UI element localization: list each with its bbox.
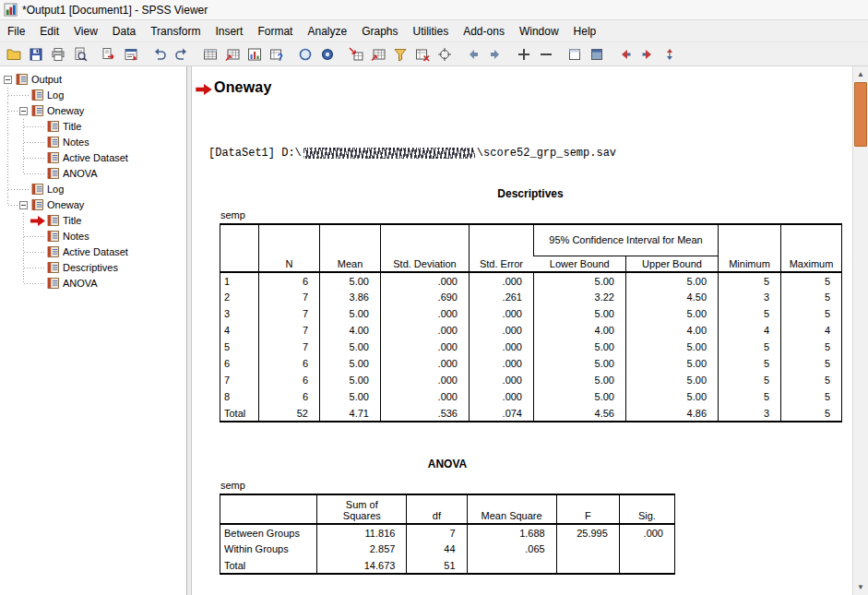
use-variable-sets-button[interactable]: [294, 43, 316, 65]
open-file-button[interactable]: [3, 43, 25, 65]
show-all-variables-button[interactable]: [316, 43, 339, 65]
anova-caption: semp: [220, 480, 245, 491]
menu-graphs[interactable]: Graphs: [354, 22, 405, 41]
title-doc-icon: [47, 120, 60, 133]
anova-cell: 1.688: [467, 524, 556, 541]
designate-window-button[interactable]: [367, 43, 389, 65]
export-output-button[interactable]: [98, 43, 120, 65]
tree-expander-icon[interactable]: [19, 201, 28, 209]
toolbar-separator: [557, 43, 564, 65]
scrollbar-thumb[interactable]: [854, 82, 867, 147]
recall-dialog-button[interactable]: [120, 43, 142, 65]
goto-data-button[interactable]: [199, 43, 221, 65]
notes-book-icon: [47, 136, 60, 149]
previous-item-button[interactable]: [462, 43, 484, 65]
vertical-scrollbar[interactable]: ▲ ▼: [852, 66, 868, 595]
anova-row: Total14.67351: [220, 557, 675, 574]
descriptives-cell: 6: [259, 372, 320, 388]
filter-cases-icon: [393, 46, 409, 62]
redo-button[interactable]: [171, 43, 193, 65]
menu-analyze[interactable]: Analyze: [300, 22, 354, 41]
outline-item-log-1[interactable]: Log: [0, 88, 186, 103]
select-last-output-button[interactable]: [345, 43, 367, 65]
show-output-button[interactable]: [564, 43, 586, 65]
menu-data[interactable]: Data: [105, 22, 143, 41]
outline-item-title-9[interactable]: Title: [0, 213, 186, 229]
promote-item-button[interactable]: [614, 43, 636, 65]
svg-text:?: ?: [278, 52, 283, 62]
demote-item-icon: [640, 46, 656, 62]
delete-output-button[interactable]: [411, 43, 434, 65]
descriptives-cell: 5.00: [320, 355, 381, 372]
tree-line: [24, 236, 45, 237]
outline-item-active-dataset-11[interactable]: Active Dataset: [0, 244, 186, 260]
outline-item-label: ANOVA: [63, 168, 98, 179]
next-item-button[interactable]: [484, 43, 506, 65]
outline-item-oneway-8[interactable]: Oneway: [0, 197, 186, 213]
menu-help[interactable]: Help: [566, 22, 604, 41]
anova-table[interactable]: Sum of SquaresdfMean SquareFSig.Between …: [220, 494, 675, 575]
expand-outline-icon: [517, 46, 532, 62]
outline-item-label: Log: [47, 89, 64, 101]
menu-window[interactable]: Window: [512, 22, 566, 41]
outline-item-descriptives-12[interactable]: Descriptives: [0, 260, 186, 276]
menu-file[interactable]: File: [0, 22, 32, 41]
filter-cases-button[interactable]: [389, 43, 411, 65]
output-book-icon: [16, 73, 29, 86]
menu-add-ons[interactable]: Add-ons: [456, 22, 512, 41]
next-item-icon: [488, 46, 504, 62]
outline-item-notes-4[interactable]: Notes: [0, 135, 186, 150]
tree-expander-icon[interactable]: [19, 107, 28, 115]
save-file-button[interactable]: [25, 43, 47, 65]
insert-object-button[interactable]: [434, 43, 456, 65]
menu-utilities[interactable]: Utilities: [406, 22, 457, 41]
anova-cell: Between Groups: [220, 524, 317, 541]
expand-outline-button[interactable]: [513, 43, 535, 65]
print-icon: [51, 46, 66, 62]
demote-item-button[interactable]: [636, 43, 659, 65]
anova-cell: 7: [407, 524, 467, 541]
descriptives-row: 474.00.000.0004.004.0044: [220, 322, 842, 339]
descriptives-cell: 5: [719, 372, 781, 388]
menu-format[interactable]: Format: [250, 22, 300, 41]
undo-button[interactable]: [149, 43, 171, 65]
print-preview-button[interactable]: [69, 43, 91, 65]
export-output-icon: [101, 46, 117, 62]
descriptives-table[interactable]: NMeanStd. DeviationStd. Error95% Confide…: [220, 223, 842, 422]
variables-button[interactable]: ?: [266, 43, 288, 65]
outline-item-notes-10[interactable]: Notes: [0, 229, 186, 244]
descriptives-cell: .000: [381, 339, 470, 355]
outline-item-output-0[interactable]: Output: [0, 72, 186, 88]
anova-cell: Total: [220, 557, 317, 574]
outline-item-anova-13[interactable]: ANOVA: [0, 276, 186, 292]
outline-item-anova-6[interactable]: ANOVA: [0, 166, 186, 182]
menu-view[interactable]: View: [66, 22, 105, 41]
menu-transform[interactable]: Transform: [143, 22, 208, 41]
print-button[interactable]: [47, 43, 69, 65]
anova-cell: .000: [619, 524, 674, 541]
outline-size-button[interactable]: [659, 43, 681, 65]
outline-item-oneway-2[interactable]: Oneway: [0, 103, 186, 119]
descriptives-cell: 7: [259, 305, 320, 322]
descriptives-col-header: Std. Error: [470, 224, 534, 272]
toolbar-separator: [288, 43, 294, 65]
hide-output-button[interactable]: [586, 43, 608, 65]
tree-line: [7, 135, 8, 150]
insert-chart-button[interactable]: [244, 43, 266, 65]
collapse-outline-button[interactable]: [535, 43, 557, 65]
collapse-outline-icon: [539, 46, 554, 62]
outline-item-active-dataset-5[interactable]: Active Dataset: [0, 150, 186, 166]
scroll-down-button[interactable]: ▼: [853, 579, 868, 595]
outline-item-log-7[interactable]: Log: [0, 182, 186, 197]
descriptives-cell: 3.22: [534, 289, 626, 305]
scroll-up-button[interactable]: ▲: [853, 66, 868, 82]
outline-item-title-3[interactable]: Title: [0, 119, 186, 135]
menu-edit[interactable]: Edit: [32, 22, 66, 41]
descriptives-col-header: Mean: [320, 224, 381, 272]
descriptives-cell: 4: [781, 322, 842, 339]
tree-line: [7, 112, 8, 119]
tree-expander-icon[interactable]: [4, 76, 12, 84]
use-variable-sets-icon: [298, 46, 314, 62]
goto-case-button[interactable]: [221, 43, 244, 65]
menu-insert[interactable]: Insert: [208, 22, 250, 41]
